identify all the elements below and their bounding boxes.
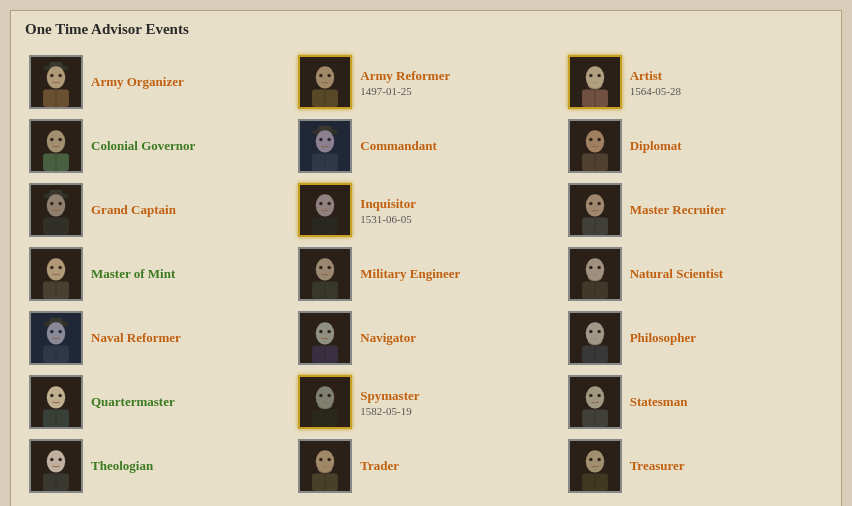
advisor-info-military-engineer: Military Engineer xyxy=(360,266,460,282)
svg-point-126 xyxy=(590,331,592,333)
svg-point-145 xyxy=(318,400,333,409)
advisor-item-diplomat[interactable]: Diplomat xyxy=(564,116,827,176)
advisor-date-spymaster: 1582-05-19 xyxy=(360,405,419,417)
advisor-name-treasurer: Treasurer xyxy=(630,458,685,474)
advisor-item-master-of-mint[interactable]: Master of Mint xyxy=(25,244,288,304)
advisor-item-grand-captain[interactable]: Grand Captain xyxy=(25,180,288,240)
svg-point-24 xyxy=(587,80,602,89)
advisor-events-panel: One Time Advisor Events Army Organizer xyxy=(10,10,842,506)
svg-point-59 xyxy=(51,203,53,205)
advisor-info-master-recruiter: Master Recruiter xyxy=(630,202,726,218)
svg-point-119 xyxy=(329,331,331,333)
svg-point-107 xyxy=(47,322,66,344)
panel-title: One Time Advisor Events xyxy=(25,21,827,42)
advisor-info-grand-captain: Grand Captain xyxy=(91,202,176,218)
svg-point-50 xyxy=(598,139,600,141)
svg-point-111 xyxy=(59,331,61,333)
advisor-info-spymaster: Spymaster1582-05-19 xyxy=(360,388,419,417)
svg-point-160 xyxy=(51,459,53,461)
portrait-artist xyxy=(568,55,622,109)
advisor-item-spymaster[interactable]: Spymaster1582-05-19 xyxy=(294,372,557,432)
svg-point-143 xyxy=(320,395,322,397)
svg-point-42 xyxy=(329,139,331,141)
advisor-name-master-recruiter: Master Recruiter xyxy=(630,202,726,218)
svg-point-49 xyxy=(590,139,592,141)
portrait-army-reformer xyxy=(298,55,352,109)
portrait-master-recruiter xyxy=(568,183,622,237)
portrait-inquisitor xyxy=(298,183,352,237)
svg-point-3 xyxy=(47,66,66,88)
svg-point-84 xyxy=(59,267,61,269)
svg-point-153 xyxy=(598,395,600,397)
svg-point-32 xyxy=(59,139,61,141)
svg-point-168 xyxy=(320,459,322,461)
advisor-item-navigator[interactable]: Navigator xyxy=(294,308,557,368)
advisor-info-inquisitor: Inquisitor1531-06-05 xyxy=(360,196,416,225)
portrait-treasurer xyxy=(568,439,622,493)
svg-point-7 xyxy=(59,75,61,77)
advisor-name-colonial-governor: Colonial Governor xyxy=(91,138,195,154)
advisor-item-trader[interactable]: Trader xyxy=(294,436,557,496)
svg-point-136 xyxy=(59,395,61,397)
advisor-item-military-engineer[interactable]: Military Engineer xyxy=(294,244,557,304)
svg-point-101 xyxy=(587,272,602,281)
advisor-item-naval-reformer[interactable]: Naval Reformer xyxy=(25,308,288,368)
advisor-item-quartermaster[interactable]: Quartermaster xyxy=(25,372,288,432)
svg-point-178 xyxy=(598,459,600,461)
svg-point-170 xyxy=(318,464,333,473)
advisor-info-philosopher: Philosopher xyxy=(630,330,696,346)
advisor-name-natural-scientist: Natural Scientist xyxy=(630,266,724,282)
advisor-name-diplomat: Diplomat xyxy=(630,138,682,154)
advisor-item-theologian[interactable]: Theologian xyxy=(25,436,288,496)
advisor-name-grand-captain: Grand Captain xyxy=(91,202,176,218)
advisor-item-commandant[interactable]: Commandant xyxy=(294,116,557,176)
svg-point-135 xyxy=(51,395,53,397)
advisor-name-military-engineer: Military Engineer xyxy=(360,266,460,282)
svg-point-67 xyxy=(320,203,322,205)
advisor-item-philosopher[interactable]: Philosopher xyxy=(564,308,827,368)
advisor-grid: Army Organizer Army Reformer1497-01-25 xyxy=(25,52,827,496)
svg-point-31 xyxy=(51,139,53,141)
svg-point-118 xyxy=(320,331,322,333)
advisor-date-inquisitor: 1531-06-05 xyxy=(360,213,416,225)
svg-point-88 xyxy=(316,258,335,280)
advisor-item-artist[interactable]: Artist1564-05-28 xyxy=(564,52,827,112)
advisor-info-artist: Artist1564-05-28 xyxy=(630,68,681,97)
advisor-item-colonial-governor[interactable]: Colonial Governor xyxy=(25,116,288,176)
svg-point-161 xyxy=(59,459,61,461)
advisor-item-army-reformer[interactable]: Army Reformer1497-01-25 xyxy=(294,52,557,112)
svg-point-132 xyxy=(47,386,66,408)
svg-point-22 xyxy=(590,75,592,77)
svg-point-14 xyxy=(320,75,322,77)
svg-point-60 xyxy=(59,203,61,205)
advisor-item-statesman[interactable]: Statesman xyxy=(564,372,827,432)
advisor-item-army-organizer[interactable]: Army Organizer xyxy=(25,52,288,112)
advisor-info-statesman: Statesman xyxy=(630,394,688,410)
portrait-naval-reformer xyxy=(29,311,83,365)
svg-point-15 xyxy=(329,75,331,77)
advisor-info-army-organizer: Army Organizer xyxy=(91,74,184,90)
advisor-item-master-recruiter[interactable]: Master Recruiter xyxy=(564,180,827,240)
svg-point-152 xyxy=(590,395,592,397)
portrait-navigator xyxy=(298,311,352,365)
portrait-diplomat xyxy=(568,119,622,173)
advisor-info-quartermaster: Quartermaster xyxy=(91,394,175,410)
portrait-statesman xyxy=(568,375,622,429)
portrait-army-organizer xyxy=(29,55,83,109)
svg-point-128 xyxy=(587,336,602,345)
svg-point-100 xyxy=(598,267,600,269)
advisor-item-inquisitor[interactable]: Inquisitor1531-06-05 xyxy=(294,180,557,240)
advisor-date-artist: 1564-05-28 xyxy=(630,85,681,97)
advisor-item-treasurer[interactable]: Treasurer xyxy=(564,436,827,496)
svg-point-75 xyxy=(590,203,592,205)
advisor-name-army-reformer: Army Reformer xyxy=(360,68,450,84)
advisor-name-master-of-mint: Master of Mint xyxy=(91,266,175,282)
advisor-info-diplomat: Diplomat xyxy=(630,138,682,154)
portrait-trader xyxy=(298,439,352,493)
svg-point-177 xyxy=(590,459,592,461)
portrait-master-of-mint xyxy=(29,247,83,301)
advisor-info-trader: Trader xyxy=(360,458,399,474)
advisor-item-natural-scientist[interactable]: Natural Scientist xyxy=(564,244,827,304)
advisor-name-army-organizer: Army Organizer xyxy=(91,74,184,90)
advisor-name-inquisitor: Inquisitor xyxy=(360,196,416,212)
